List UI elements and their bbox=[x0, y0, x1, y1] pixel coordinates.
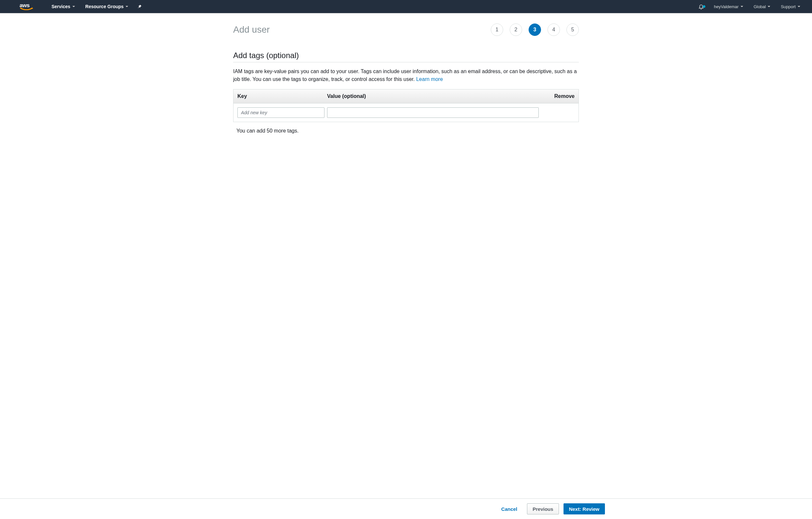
nav-region[interactable]: Global bbox=[748, 0, 776, 13]
nav-services[interactable]: Services bbox=[46, 0, 80, 13]
wizard-step-5[interactable]: 5 bbox=[567, 24, 579, 36]
tags-table: Key Value (optional) Remove bbox=[233, 89, 579, 122]
section-title: Add tags (optional) bbox=[233, 51, 579, 60]
tag-value-input[interactable] bbox=[327, 107, 539, 118]
tag-key-input[interactable] bbox=[237, 107, 324, 118]
notifications-bell[interactable] bbox=[694, 4, 708, 9]
divider bbox=[233, 62, 579, 62]
main-content: Add user 12345 Add tags (optional) IAM t… bbox=[233, 13, 579, 173]
aws-swoosh-icon bbox=[20, 7, 33, 11]
chevron-down-icon bbox=[767, 6, 770, 7]
nav-account[interactable]: heyValdemar bbox=[708, 0, 748, 13]
col-header-value: Value (optional) bbox=[323, 89, 543, 103]
top-nav: aws Services Resource Groups heyValdemar… bbox=[0, 0, 812, 13]
aws-logo[interactable]: aws bbox=[20, 3, 33, 11]
chevron-down-icon bbox=[72, 6, 75, 7]
tags-table-header: Key Value (optional) Remove bbox=[233, 89, 579, 104]
chevron-down-icon bbox=[798, 6, 800, 7]
description-text: IAM tags are key-value pairs you can add… bbox=[233, 69, 577, 82]
col-header-remove: Remove bbox=[543, 89, 579, 103]
section-description: IAM tags are key-value pairs you can add… bbox=[233, 67, 579, 83]
wizard-steps: 12345 bbox=[491, 24, 579, 36]
nav-region-label: Global bbox=[754, 4, 766, 9]
wizard-step-3[interactable]: 3 bbox=[529, 24, 541, 36]
wizard-step-1[interactable]: 1 bbox=[491, 24, 503, 36]
notification-dot-icon bbox=[703, 5, 705, 8]
table-row bbox=[233, 104, 579, 122]
nav-support-label: Support bbox=[781, 4, 796, 9]
chevron-down-icon bbox=[741, 6, 743, 7]
nav-resource-groups-label: Resource Groups bbox=[85, 4, 124, 9]
tags-remaining-note: You can add 50 more tags. bbox=[233, 128, 579, 134]
learn-more-link[interactable]: Learn more bbox=[416, 76, 443, 82]
nav-services-label: Services bbox=[52, 4, 70, 9]
nav-support[interactable]: Support bbox=[776, 0, 806, 13]
nav-account-label: heyValdemar bbox=[714, 4, 738, 9]
wizard-step-2[interactable]: 2 bbox=[510, 24, 522, 36]
col-header-key: Key bbox=[233, 89, 323, 103]
pin-icon[interactable] bbox=[134, 4, 146, 9]
nav-resource-groups[interactable]: Resource Groups bbox=[80, 0, 134, 13]
page-title: Add user bbox=[233, 25, 270, 35]
chevron-down-icon bbox=[125, 6, 128, 7]
wizard-step-4[interactable]: 4 bbox=[548, 24, 560, 36]
